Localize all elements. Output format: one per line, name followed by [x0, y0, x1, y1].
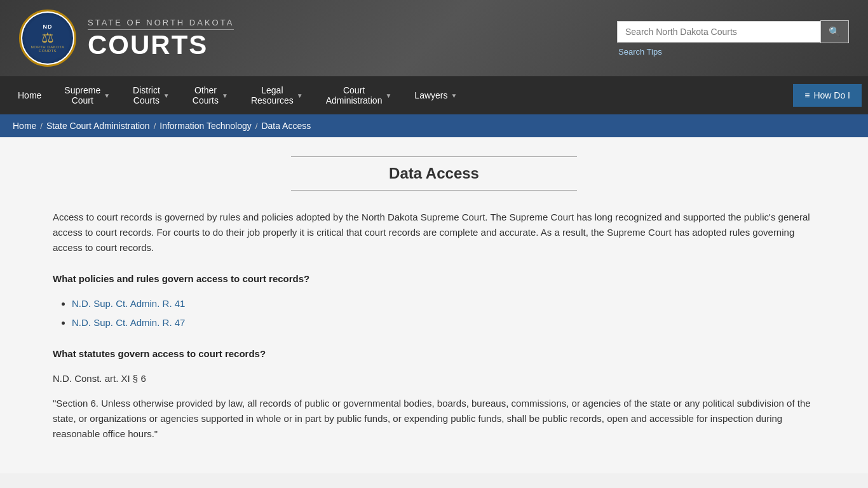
- search-input[interactable]: [617, 21, 820, 43]
- nav-legal-resources-label: LegalResources: [251, 85, 294, 105]
- section-quote: "Section 6. Unless otherwise provided by…: [53, 396, 815, 442]
- breadcrumb-state-court-admin[interactable]: State Court Administration: [46, 121, 150, 131]
- nav-other-courts-label: OtherCourts: [193, 85, 219, 105]
- breadcrumb: Home / State Court Administration / Info…: [0, 114, 868, 137]
- policies-heading: What policies and rules govern access to…: [53, 271, 815, 287]
- policies-list: N.D. Sup. Ct. Admin. R. 41 N.D. Sup. Ct.…: [53, 296, 815, 330]
- title-line-top: [291, 156, 577, 157]
- scales-icon: ⚖: [41, 31, 54, 45]
- how-do-i-icon: ≡: [804, 90, 810, 100]
- breadcrumb-current: Data Access: [261, 121, 311, 131]
- breadcrumb-sep-3: /: [255, 121, 258, 131]
- breadcrumb-sep-2: /: [154, 121, 156, 131]
- nav-court-administration[interactable]: CourtAdministration ▼: [315, 76, 403, 114]
- how-do-i-label: How Do I: [813, 90, 850, 100]
- content-intro: Access to court records is governed by r…: [53, 210, 815, 255]
- breadcrumb-sep-1: /: [40, 121, 43, 131]
- page-title: Data Access: [32, 165, 836, 182]
- logo-seal-text: NORTH DAKOTA COURTS: [22, 45, 73, 53]
- nav-court-administration-label: CourtAdministration: [326, 85, 383, 105]
- search-bar: 🔍: [617, 20, 849, 43]
- chevron-down-icon: ▼: [451, 92, 457, 99]
- title-line-bottom: [291, 190, 577, 191]
- site-title-top: STATE OF NORTH DAKOTA: [88, 18, 234, 27]
- site-title: STATE OF NORTH DAKOTA COURTS: [88, 18, 234, 58]
- site-title-main: COURTS: [88, 32, 234, 58]
- nav-lawyers-label: Lawyers: [414, 90, 447, 100]
- search-button[interactable]: 🔍: [820, 20, 849, 43]
- content-body: Access to court records is governed by r…: [53, 210, 815, 442]
- logo-inner: ND ⚖ NORTH DAKOTA COURTS: [22, 13, 73, 64]
- nav-district-courts[interactable]: DistrictCourts ▼: [121, 76, 181, 114]
- nav-lawyers[interactable]: Lawyers ▼: [403, 76, 468, 114]
- breadcrumb-info-tech[interactable]: Information Technology: [159, 121, 252, 131]
- nav-supreme-court[interactable]: SupremeCourt ▼: [53, 76, 121, 114]
- search-tips-link[interactable]: Search Tips: [618, 47, 662, 57]
- nav-supreme-court-label: SupremeCourt: [64, 85, 100, 105]
- site-header: ND ⚖ NORTH DAKOTA COURTS STATE OF NORTH …: [0, 0, 868, 76]
- rule-47-link[interactable]: N.D. Sup. Ct. Admin. R. 47: [72, 317, 185, 328]
- page-title-container: Data Access: [32, 156, 836, 191]
- rule-41-link[interactable]: N.D. Sup. Ct. Admin. R. 41: [72, 298, 185, 309]
- breadcrumb-home[interactable]: Home: [13, 121, 36, 131]
- main-content: Data Access Access to court records is g…: [0, 137, 868, 473]
- how-do-i-button[interactable]: ≡ How Do I: [793, 84, 862, 107]
- statute-reference: N.D. Const. art. XI § 6: [53, 371, 815, 386]
- nav-home[interactable]: Home: [6, 76, 53, 114]
- statutes-heading: What statutes govern access to court rec…: [53, 346, 815, 362]
- chevron-down-icon: ▼: [104, 92, 110, 99]
- chevron-down-icon: ▼: [163, 92, 170, 99]
- logo-nd-text: ND: [43, 24, 53, 30]
- site-logo: ND ⚖ NORTH DAKOTA COURTS: [19, 10, 76, 67]
- main-nav: Home SupremeCourt ▼ DistrictCourts ▼ Oth…: [0, 76, 868, 114]
- chevron-down-icon: ▼: [385, 92, 391, 99]
- logo-area: ND ⚖ NORTH DAKOTA COURTS STATE OF NORTH …: [19, 10, 234, 67]
- search-area: 🔍 Search Tips: [617, 20, 849, 57]
- list-item: N.D. Sup. Ct. Admin. R. 41: [72, 296, 815, 311]
- list-item: N.D. Sup. Ct. Admin. R. 47: [72, 315, 815, 330]
- nav-other-courts[interactable]: OtherCourts ▼: [181, 76, 240, 114]
- nav-legal-resources[interactable]: LegalResources ▼: [240, 76, 315, 114]
- chevron-down-icon: ▼: [297, 92, 303, 99]
- nav-home-label: Home: [18, 90, 41, 100]
- nav-district-courts-label: DistrictCourts: [133, 85, 160, 105]
- chevron-down-icon: ▼: [222, 92, 228, 99]
